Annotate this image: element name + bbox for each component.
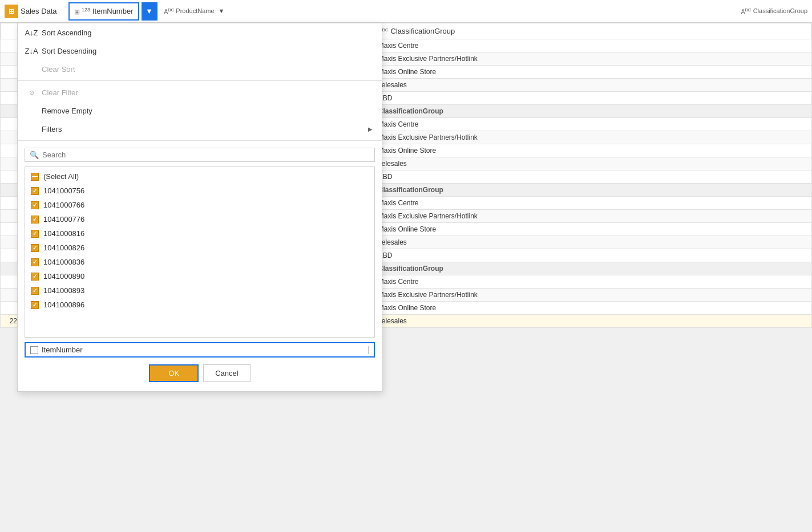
cell-classificationgroup: Telesales bbox=[372, 236, 811, 249]
menu-filters[interactable]: Filters ▶ bbox=[18, 120, 382, 138]
checkmark-icon: ✓ bbox=[33, 202, 37, 208]
cell-classificationgroup: Maxis Centre bbox=[372, 275, 811, 289]
input-field-wrapper[interactable] bbox=[25, 342, 375, 358]
checkbox-box: ✓ bbox=[31, 301, 39, 309]
checkbox-box: ✓ bbox=[31, 216, 39, 224]
classgroup-header-label: ClassificationGroup bbox=[391, 27, 455, 35]
checkmark-icon: ✓ bbox=[33, 302, 37, 308]
cell-classificationgroup: Maxis Online Store bbox=[372, 302, 811, 315]
product-filter-icon[interactable]: ▼ bbox=[219, 7, 225, 14]
cell-classificationgroup: ClassificationGroup bbox=[372, 262, 811, 275]
cell-classificationgroup: Maxis Online Store bbox=[372, 144, 811, 157]
header-bar: ⊞ Sales Data ⊞ 123 ItemNumber ▼ ABC Prod… bbox=[0, 0, 812, 23]
cell-classificationgroup: Maxis Exclusive Partners/Hotlink bbox=[372, 131, 811, 144]
cell-classificationgroup: Maxis Online Store bbox=[372, 66, 811, 79]
cell-classificationgroup: Maxis Online Store bbox=[372, 223, 811, 236]
cell-classificationgroup: ClassificationGroup bbox=[372, 105, 811, 118]
checkbox-item[interactable]: ✓1041000890 bbox=[25, 269, 374, 283]
checkbox-item[interactable]: ✓1041000756 bbox=[25, 184, 374, 198]
checkbox-label: (Select All) bbox=[43, 172, 79, 181]
checkbox-box: — bbox=[31, 173, 39, 181]
search-icon: 🔍 bbox=[30, 151, 39, 159]
checkbox-list[interactable]: —(Select All)✓1041000756✓1041000766✓1041… bbox=[25, 167, 374, 337]
cell-classificationgroup: Maxis Exclusive Partners/Hotlink bbox=[372, 289, 811, 302]
menu-clear-filter: ⊘ Clear Filter bbox=[18, 83, 382, 101]
product-col-header: ABC ProductName ▼ bbox=[164, 7, 225, 15]
cell-classificationgroup: Telesales bbox=[372, 157, 811, 170]
checkbox-label: 1041000816 bbox=[43, 229, 84, 238]
separator-1 bbox=[18, 80, 382, 81]
arrow-icon: ▼ bbox=[146, 7, 153, 15]
value-input[interactable] bbox=[42, 346, 365, 354]
ok-button[interactable]: OK bbox=[149, 364, 199, 382]
sort-asc-icon: A↓Z bbox=[27, 28, 36, 37]
checkbox-label: 1041000836 bbox=[43, 258, 84, 266]
checkbox-label: 1041000826 bbox=[43, 243, 84, 252]
cell-classificationgroup: Maxis Centre bbox=[372, 197, 811, 210]
menu-remove-empty[interactable]: Remove Empty bbox=[18, 101, 382, 120]
checkmark-icon: ✓ bbox=[33, 245, 37, 251]
cell-classificationgroup: Maxis Exclusive Partners/Hotlink bbox=[372, 52, 811, 66]
checkbox-item[interactable]: ✓1041000816 bbox=[25, 226, 374, 241]
checkbox-item[interactable]: ✓1041000836 bbox=[25, 255, 374, 269]
checkbox-item[interactable]: ✓1041000893 bbox=[25, 283, 374, 298]
cell-classificationgroup: Telesales bbox=[372, 315, 811, 328]
dropdown-arrow-button[interactable]: ▼ bbox=[142, 2, 157, 21]
checkbox-item[interactable]: ✓1041000776 bbox=[25, 212, 374, 226]
product-type-icon: ABC bbox=[164, 7, 175, 15]
checkmark-icon: ✓ bbox=[33, 216, 37, 222]
cancel-button[interactable]: Cancel bbox=[203, 364, 250, 382]
checkmark-icon: ✓ bbox=[33, 230, 37, 237]
checkbox-box: ✓ bbox=[31, 187, 39, 195]
input-field-icon bbox=[30, 346, 38, 354]
checkbox-list-wrapper: —(Select All)✓1041000756✓1041000766✓1041… bbox=[25, 166, 375, 338]
partial-check-icon: — bbox=[32, 173, 38, 180]
filters-icon bbox=[27, 124, 36, 133]
remove-empty-icon bbox=[27, 106, 36, 115]
cell-classificationgroup: Maxis Centre bbox=[372, 39, 811, 52]
checkbox-box: ✓ bbox=[31, 287, 39, 295]
filters-label: Filters bbox=[42, 125, 362, 133]
separator-2 bbox=[18, 140, 382, 141]
checkbox-label: 1041000766 bbox=[43, 201, 84, 209]
clear-filter-icon: ⊘ bbox=[27, 88, 36, 97]
search-input-wrapper[interactable]: 🔍 bbox=[25, 148, 375, 162]
checkbox-item[interactable]: ✓1041000896 bbox=[25, 298, 374, 312]
sort-desc-icon: Z↓A bbox=[27, 46, 36, 55]
checkbox-item[interactable]: ✓1041000766 bbox=[25, 198, 374, 212]
checkbox-label: 1041000890 bbox=[43, 272, 84, 281]
sort-descending-label: Sort Descending bbox=[42, 47, 373, 55]
menu-sort-ascending[interactable]: A↓Z Sort Ascending bbox=[18, 23, 382, 42]
checkbox-label: 1041000893 bbox=[43, 286, 84, 295]
table-name: Sales Data bbox=[21, 7, 57, 15]
product-col-name: ProductName bbox=[176, 7, 214, 14]
checkbox-item[interactable]: ✓1041000826 bbox=[25, 241, 374, 255]
checkmark-icon: ✓ bbox=[33, 287, 37, 294]
column-header-button[interactable]: ⊞ 123 ItemNumber bbox=[68, 2, 139, 21]
col-classificationgroup[interactable]: ABC ClassificationGroup bbox=[372, 23, 811, 39]
checkbox-box: ✓ bbox=[31, 230, 39, 238]
checkmark-icon: ✓ bbox=[33, 188, 37, 194]
col-type-icon: ⊞ 123 bbox=[74, 7, 90, 16]
text-cursor bbox=[369, 346, 369, 354]
class-col-header: ABC ClassificationGroup bbox=[741, 7, 807, 15]
cell-classificationgroup: Maxis Centre bbox=[372, 118, 811, 131]
filters-arrow-icon: ▶ bbox=[368, 126, 373, 132]
clear-filter-label: Clear Filter bbox=[42, 88, 373, 97]
checkbox-item[interactable]: —(Select All) bbox=[25, 169, 374, 184]
class-col-name: ClassificationGroup bbox=[753, 7, 807, 14]
menu-sort-descending[interactable]: Z↓A Sort Descending bbox=[18, 42, 382, 60]
remove-empty-label: Remove Empty bbox=[42, 107, 373, 115]
checkbox-box: ✓ bbox=[31, 244, 39, 252]
checkbox-box: ✓ bbox=[31, 258, 39, 266]
action-buttons: OK Cancel bbox=[18, 360, 382, 384]
table-icon: ⊞ bbox=[5, 5, 18, 18]
cell-classificationgroup: EBD bbox=[372, 92, 811, 105]
checkmark-icon: ✓ bbox=[33, 273, 37, 279]
input-field-section bbox=[18, 338, 382, 360]
cell-classificationgroup: EBD bbox=[372, 249, 811, 262]
class-type-icon: ABC bbox=[741, 7, 752, 15]
search-section: 🔍 bbox=[18, 143, 382, 166]
checkbox-label: 1041000756 bbox=[43, 186, 84, 195]
search-input[interactable] bbox=[42, 151, 370, 159]
